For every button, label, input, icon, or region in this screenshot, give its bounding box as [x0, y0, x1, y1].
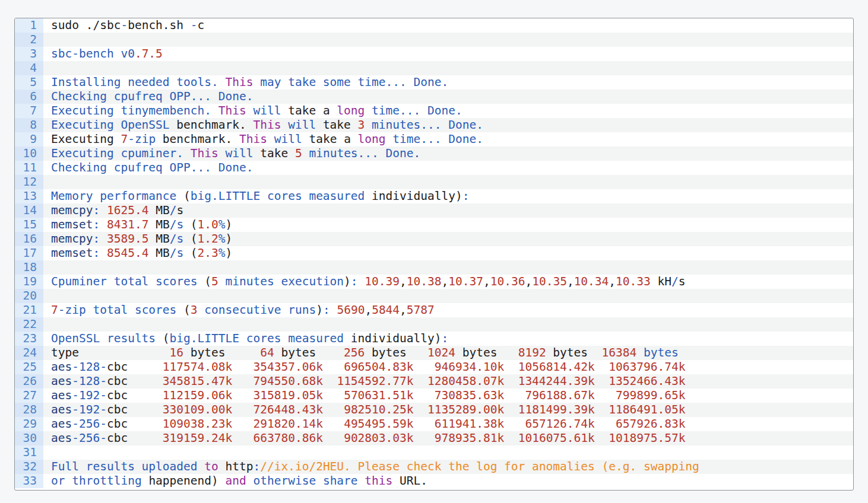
- code-line: 24type 16 bytes 64 bytes 256 bytes 1024 …: [15, 346, 853, 360]
- token: [323, 431, 344, 445]
- token: bytes: [183, 346, 260, 359]
- line-number: 8: [15, 118, 43, 132]
- token: [595, 389, 616, 402]
- token: OpenSSL results: [51, 332, 163, 345]
- code-text: [43, 445, 853, 460]
- token: [414, 431, 435, 445]
- token: 291820.14k: [254, 417, 323, 431]
- token: (: [163, 332, 170, 345]
- token: 1625.4: [107, 203, 148, 217]
- token: 1.0: [198, 218, 218, 231]
- line-number: 26: [15, 374, 43, 389]
- code-text: Cpuminer total scores (5 minutes executi…: [43, 275, 853, 289]
- token: cbc: [107, 403, 163, 416]
- token: Memory performance: [51, 189, 183, 203]
- token: [595, 374, 609, 388]
- token: bytes: [546, 346, 602, 359]
- token: [100, 203, 107, 217]
- code-text: aes-256-cbc 109038.23k 291820.14k 495495…: [43, 417, 853, 431]
- token: 7: [51, 303, 58, 317]
- token: consecutive runs: [198, 303, 316, 317]
- token: this: [365, 474, 392, 488]
- code-line: 1sudo ./sbc-bench.sh -c: [15, 18, 853, 33]
- token: [504, 374, 518, 388]
- token: 5844: [372, 303, 400, 317]
- token: [414, 417, 435, 431]
- token: ,: [609, 275, 616, 288]
- token: or throttling: [51, 474, 148, 488]
- code-line: 16memcpy: 3589.5 MB/s (1.2%): [15, 232, 853, 246]
- token: /s: [170, 246, 183, 260]
- token: ,: [525, 275, 532, 288]
- token: 1018975.57k: [609, 431, 685, 445]
- code-line: 32Full results uploaded to http://ix.io/…: [15, 460, 853, 474]
- code-line: 6Checking cpufreq OPP... Done.: [15, 90, 853, 104]
- token: %: [218, 218, 226, 231]
- token: aes: [51, 374, 72, 388]
- line-number: 19: [15, 275, 43, 289]
- token: [323, 374, 337, 388]
- token: kH: [651, 275, 671, 288]
- code-text: memcpy: 3589.5 MB/s (1.2%): [43, 232, 853, 246]
- token: :: [93, 203, 100, 217]
- token: 657926.83k: [616, 417, 685, 431]
- line-number: 27: [15, 389, 43, 403]
- token: -128-: [72, 374, 107, 388]
- token: take a: [302, 132, 358, 146]
- token: :: [93, 246, 100, 260]
- code-text: [43, 33, 853, 47]
- code-line: 25aes-128-cbc 117574.08k 354357.06k 6965…: [15, 360, 853, 374]
- line-number: 5: [15, 75, 43, 90]
- code-line: 8Executing OpenSSL benchmark. This will …: [15, 118, 853, 132]
- token: [595, 417, 616, 431]
- token: 10.35: [532, 275, 567, 288]
- token: 1056814.42k: [518, 360, 595, 374]
- code-viewer: 1sudo ./sbc-bench.sh -c23sbc-bench v0.7.…: [14, 18, 854, 491]
- token: cbc: [107, 431, 163, 445]
- token: big.LITTLE cores measured: [191, 189, 365, 203]
- code-line: 9Executing 7-zip benchmark. This will ta…: [15, 132, 853, 147]
- token: This: [226, 75, 254, 89]
- token: [232, 374, 253, 388]
- token: will: [281, 118, 316, 132]
- token: .7.5: [135, 47, 163, 61]
- token: This: [218, 104, 246, 117]
- code-text: [43, 260, 853, 275]
- code-text: aes-256-cbc 319159.24k 663780.86k 902803…: [43, 431, 853, 445]
- token: 330109.00k: [163, 403, 232, 416]
- line-number: 11: [15, 161, 43, 175]
- code-line: 7Executing tinymembench. This will take …: [15, 104, 853, 118]
- token: MB: [148, 232, 169, 246]
- line-number: 16: [15, 232, 43, 246]
- token: 109038.23k: [163, 417, 232, 431]
- code-text: sbc-bench v0.7.5: [43, 47, 853, 61]
- code-line: 3sbc-bench v0.7.5: [15, 47, 853, 61]
- token: This: [191, 147, 218, 160]
- token: /: [170, 203, 177, 217]
- token: 5: [295, 147, 302, 160]
- token: will: [246, 104, 281, 117]
- token: URL.: [392, 474, 427, 488]
- token: individually): [365, 189, 462, 203]
- token: take: [316, 118, 357, 132]
- token: [330, 303, 337, 317]
- token: to: [204, 460, 218, 473]
- code-line: 20: [15, 289, 853, 303]
- token: 1344244.39k: [518, 374, 595, 388]
- token: 570631.51k: [344, 389, 413, 402]
- token: cbc: [107, 417, 163, 431]
- token: 64: [260, 346, 274, 359]
- code-line: 28aes-192-cbc 330109.00k 726448.43k 9825…: [15, 403, 853, 417]
- code-text: Memory performance (big.LITTLE cores mea…: [43, 189, 853, 203]
- code-line: 217-zip total scores (3 consecutive runs…: [15, 303, 853, 317]
- token: -256-: [72, 417, 107, 431]
- token: bench.sh: [128, 18, 191, 32]
- token: 3589.5: [107, 232, 148, 246]
- token: big.LITTLE cores measured: [170, 332, 344, 345]
- token: Installing needed tools.: [51, 75, 226, 89]
- line-number: 30: [15, 431, 43, 445]
- token: MB: [148, 246, 169, 260]
- token: Executing tinymembench.: [51, 104, 218, 117]
- code-line: 17memset: 8545.4 MB/s (2.3%): [15, 246, 853, 260]
- token: [100, 246, 107, 260]
